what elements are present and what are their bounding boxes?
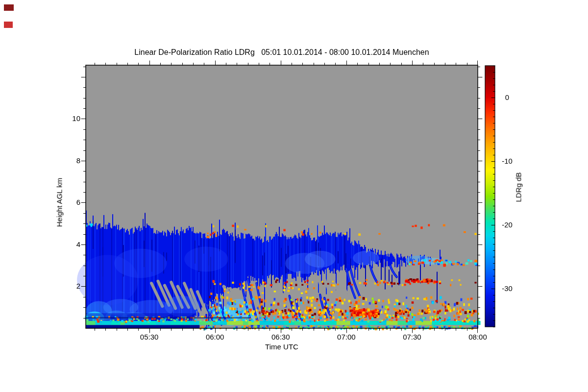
colorbar-title: LDRg dB — [514, 172, 523, 202]
x-tick-label: 07:30 — [403, 333, 421, 341]
y-axis-title: Height AGL km — [55, 178, 64, 227]
x-tick-label: 08:00 — [468, 333, 487, 341]
x-axis-title: Time UTC — [86, 343, 478, 351]
colorbar-tick-label: -10 — [496, 157, 518, 165]
y-tick-label: 8 — [76, 157, 80, 165]
corner-marker-2-icon — [4, 22, 13, 28]
x-tick-label: 06:00 — [206, 333, 224, 341]
colorbar-tick-label: 0 — [496, 94, 518, 101]
x-tick-label: 06:30 — [271, 333, 290, 341]
colorbar-tick-label: -30 — [496, 285, 518, 293]
y-tick-label: 4 — [76, 241, 80, 248]
x-tick-label: 05:30 — [140, 333, 159, 341]
y-tick-label: 6 — [76, 198, 80, 206]
heatmap-canvas — [0, 0, 588, 392]
quicklook-figure: Linear De-Polarization Ratio LDRg 05:01 … — [0, 0, 588, 392]
x-tick-label: 07:00 — [337, 333, 356, 341]
corner-marker-1-icon — [4, 4, 14, 11]
colorbar-tick-label: -20 — [496, 221, 518, 229]
chart-title: Linear De-Polarization Ratio LDRg 05:01 … — [86, 48, 478, 57]
y-tick-label: 2 — [76, 282, 80, 290]
y-tick-label: 10 — [72, 115, 80, 122]
